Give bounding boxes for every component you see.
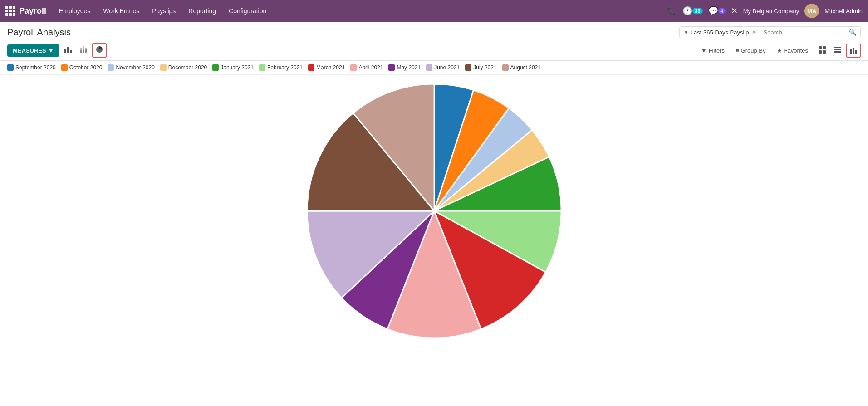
kanban-view-button[interactable]	[815, 44, 829, 57]
legend-item: February 2021	[259, 64, 303, 71]
legend-color-swatch	[7, 64, 14, 71]
measures-label: MEASURES	[13, 47, 46, 54]
star-icon: ★	[777, 47, 782, 54]
app-name: Payroll	[19, 6, 46, 16]
legend-color-swatch	[108, 64, 114, 71]
legend-color-swatch	[61, 64, 68, 71]
bar-chart-view-button[interactable]	[61, 44, 75, 57]
legend-label: October 2020	[69, 64, 103, 71]
measures-button[interactable]: MEASURES ▼	[7, 44, 59, 57]
svg-rect-16	[850, 49, 852, 54]
list-view-button[interactable]	[831, 44, 844, 57]
bar-analysis-view-button[interactable]	[846, 44, 861, 58]
favorites-button[interactable]: ★ Favorites	[773, 45, 812, 56]
svg-rect-5	[83, 49, 84, 53]
legend-item: January 2021	[212, 64, 254, 71]
svg-rect-7	[85, 49, 87, 53]
svg-rect-15	[834, 51, 841, 53]
svg-rect-8	[85, 48, 87, 49]
close-icon[interactable]: ✕	[731, 6, 738, 16]
app-grid-icon[interactable]	[5, 6, 15, 16]
nav-configuration[interactable]: Configuration	[223, 5, 272, 17]
group-by-label: Group By	[741, 47, 766, 54]
pie-chart-view-button[interactable]	[92, 43, 107, 58]
search-filter-tag[interactable]: ▼ Last 365 Days Payslip ✕	[680, 27, 760, 38]
legend-label: June 2021	[434, 64, 460, 71]
toolbar: MEASURES ▼ ▼ Filters ≡	[0, 40, 868, 61]
legend-label: March 2021	[316, 64, 345, 71]
svg-rect-18	[855, 50, 857, 54]
search-area: ▼ Last 365 Days Payslip ✕ 🔍	[679, 26, 861, 38]
pie-chart	[307, 84, 561, 338]
legend-item: December 2020	[160, 64, 207, 71]
legend-item: August 2021	[502, 64, 541, 71]
svg-rect-12	[823, 50, 826, 54]
groupby-icon: ≡	[736, 47, 739, 54]
legend-color-swatch	[212, 64, 219, 71]
filter-tag-close[interactable]: ✕	[752, 29, 756, 35]
filter-tag-label: Last 365 Days Payslip	[691, 29, 749, 36]
legend-item: June 2021	[426, 64, 460, 71]
clock-badge: 33	[692, 8, 702, 14]
legend-color-swatch	[308, 64, 314, 71]
nav-payslips[interactable]: Payslips	[147, 5, 181, 17]
topnav-right: 📞 🕐 33 💬 4 ✕ My Belgian Company MA Mitch…	[667, 4, 863, 18]
filter-icon: ▼	[701, 47, 707, 54]
legend-item: November 2020	[108, 64, 154, 71]
nav-employees[interactable]: Employees	[54, 5, 96, 17]
svg-rect-3	[80, 50, 82, 53]
svg-rect-13	[834, 47, 841, 48]
filters-label: Filters	[709, 47, 725, 54]
legend-item: September 2020	[7, 64, 56, 71]
legend-label: July 2021	[473, 64, 496, 71]
filters-button[interactable]: ▼ Filters	[697, 45, 728, 56]
svg-rect-4	[80, 48, 82, 50]
company-name: My Belgian Company	[743, 8, 799, 15]
message-badge: 4	[718, 8, 726, 14]
legend-color-swatch	[160, 64, 167, 71]
legend-label: January 2021	[221, 64, 254, 71]
svg-rect-0	[64, 49, 66, 53]
legend-label: August 2021	[510, 64, 541, 71]
avatar[interactable]: MA	[804, 4, 819, 18]
legend-item: May 2021	[388, 64, 421, 71]
topnav: Payroll Employees Work Entries Payslips …	[0, 0, 868, 22]
group-by-button[interactable]: ≡ Group By	[732, 45, 770, 56]
legend-color-swatch	[350, 64, 357, 71]
legend-item: March 2021	[308, 64, 345, 71]
clock-icon[interactable]: 🕐 33	[682, 6, 702, 16]
user-name: Mitchell Admin	[824, 8, 863, 15]
page-title: Payroll Analysis	[7, 27, 679, 38]
chart-legend: September 2020 October 2020 November 202…	[0, 61, 868, 75]
main-menu: Employees Work Entries Payslips Reportin…	[54, 5, 663, 17]
legend-label: December 2020	[168, 64, 207, 71]
svg-rect-11	[819, 50, 822, 54]
search-button[interactable]: 🔍	[845, 27, 860, 38]
legend-color-swatch	[465, 64, 471, 71]
legend-color-swatch	[426, 64, 432, 71]
measures-arrow: ▼	[48, 47, 54, 54]
view-switch	[815, 44, 861, 58]
message-icon[interactable]: 💬 4	[708, 6, 726, 16]
search-input[interactable]	[760, 27, 845, 38]
phone-icon[interactable]: 📞	[667, 6, 677, 16]
svg-rect-14	[834, 49, 841, 50]
toolbar-right: ▼ Filters ≡ Group By ★ Favorites	[697, 44, 861, 58]
chart-area	[0, 75, 868, 347]
page-header: Payroll Analysis ▼ Last 365 Days Payslip…	[0, 22, 868, 40]
svg-rect-6	[83, 46, 84, 49]
svg-rect-2	[70, 50, 72, 53]
legend-label: April 2021	[358, 64, 383, 71]
legend-item: July 2021	[465, 64, 496, 71]
legend-label: May 2021	[397, 64, 421, 71]
nav-work-entries[interactable]: Work Entries	[98, 5, 145, 17]
legend-label: September 2020	[15, 64, 56, 71]
legend-item: October 2020	[61, 64, 103, 71]
legend-color-swatch	[259, 64, 265, 71]
nav-reporting[interactable]: Reporting	[183, 5, 221, 17]
stacked-bar-view-button[interactable]	[77, 44, 90, 57]
filter-tag-icon: ▼	[683, 29, 689, 35]
legend-label: November 2020	[116, 64, 154, 71]
legend-color-swatch	[502, 64, 509, 71]
svg-rect-17	[853, 48, 854, 54]
